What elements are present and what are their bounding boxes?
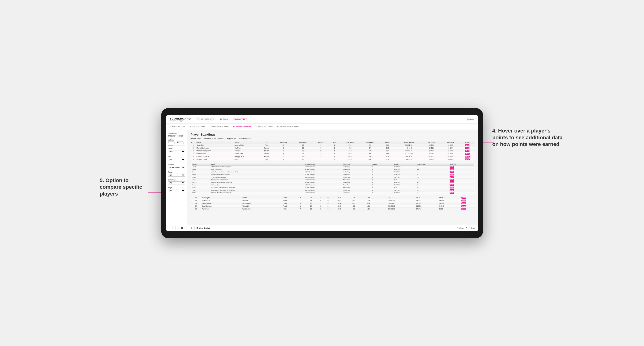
points-badge[interactable]: 40.02 [462,202,466,204]
view-original-button[interactable]: ▣ View: Original [196,227,210,229]
content-area: Player Standings Gender: Men Division: N… [187,130,478,225]
table-row: 22 Ian Gilligan Florida Third 10 24 1 0 … [190,196,475,199]
points-badge[interactable]: 88.2 [465,144,470,146]
toolbar-separator-1 [176,226,176,230]
year-label: Year [168,156,185,157]
col-wins: Wins [329,141,340,144]
w-points-badge[interactable]: 66.40 [450,192,454,194]
event-row: Phich Southern Highlands Collegiate NCAA… [192,173,474,176]
w-points-badge[interactable]: 57.7 [450,176,454,178]
region-label: Region [168,171,185,173]
conference-filter: Conference: All [239,138,251,139]
points-badge[interactable]: 40.58 [462,197,466,199]
col-vs-top50: Vs Top 50 [441,141,460,144]
event-row: Gordi Tiger Invitational NCAA Division I… [192,168,474,171]
division-section: Division NCAA Division I [168,164,185,169]
year-select[interactable]: (All) [168,158,185,161]
toolbar-separator-3 [194,226,195,230]
nav-committee[interactable]: COMMITTEE [232,118,248,120]
division-select[interactable]: NCAA Division I [168,166,185,169]
points-badge[interactable]: 40.27 [462,199,466,201]
sidebar: Update time: 27/01/2024 16:56:26 No Rds.… [166,130,187,225]
points-badge-highlighted[interactable]: 60.49 [465,156,470,158]
col-reg-rank: Reg Rank [274,141,293,144]
sub-nav: TEAM SUMMARY TEAM H2H GRID TEAM H2H HEAT… [166,124,478,130]
col-no-rds: No Rds. [313,141,329,144]
w-points-badge[interactable]: 20.64 [450,166,454,168]
watch-button[interactable]: 👁 Watch [457,227,464,229]
points-badge[interactable]: 39.95 [462,205,466,207]
sub-nav-player-h2h-grid[interactable]: PLAYER H2H GRID [256,124,272,130]
table-row-highlight: 5 Christo Lamprecht Georgia Tech Fourth … [190,155,475,158]
points-badge[interactable]: 76.3 [465,147,470,149]
w-points-badge[interactable]: 18.50 [450,181,454,183]
event-col-rank-impact: Rank Impact [416,163,449,166]
event-detail-section: Player Event Event Division Event Type R… [190,162,475,195]
conference-select[interactable]: (All) [168,181,185,184]
powered-by: Powered by clippi [170,120,191,122]
w-points-badge[interactable]: 24.11 [450,179,454,181]
w-points-badge[interactable]: 46.7 [450,171,454,173]
sign-out-button[interactable]: Sign out [466,118,474,120]
gender-section: Gender Men [168,148,185,153]
w-points-badge[interactable]: 73.23 [450,173,454,175]
gender-select[interactable]: Men [168,150,185,153]
share-button[interactable]: ↗ Share [469,227,475,229]
toolbar-right: 👁 Watch ⬇ ↗ Share [457,227,475,229]
player-section: Player (All) [168,187,185,192]
tablet-frame: SCOREBOARD Powered by clippi TOURNAMENTS… [161,108,483,238]
col-avg-to-par: Avg to-Par [360,141,380,144]
nav-tournaments[interactable]: TOURNAMENTS [196,118,215,120]
main-content: Update time: 27/01/2024 16:56:26 No Rds.… [166,130,478,225]
gender-label: Gender [168,148,185,150]
points-badge[interactable]: 38.49 [462,208,466,210]
w-points-badge[interactable]: 25.98 [450,186,454,188]
nav-teams[interactable]: TEAMS [219,118,229,120]
no-rds-label: No Rds. [168,139,185,141]
table-row: 6 Jackson Koivun Auburn First 2 27 1 2 6… [190,158,475,161]
no-rds-inputs: - [168,142,185,144]
col-points: Points [460,141,475,144]
sub-nav-team-summary[interactable]: TEAM SUMMARY [170,124,185,130]
sub-nav-team-h2h-grid[interactable]: TEAM H2H GRID [190,124,205,130]
w-points-badge[interactable]: 53.60 [450,169,454,170]
no-rds-slider[interactable] [168,145,185,146]
sub-nav-player-h2h-heatmap[interactable]: PLAYER H2H HEATMAP [278,124,299,130]
filter-row: Gender: Men Division: NCAA Division I Re… [190,138,475,139]
event-row: David Williams Cup NCAA Division I Match… [192,183,474,186]
event-table: Player Event Event Division Event Type R… [192,163,474,194]
col-yr: Yr [259,141,274,144]
table-row: 2 Michael La Sasso Ole Miss Second 1 18 … [190,147,475,149]
w-points-badge[interactable]: 20.47 [450,184,454,186]
table-row: 26 Petr Hruby Washington Fifth 7 23 0 0 … [190,207,475,210]
col-conf-rank: Conf Rank [293,141,313,144]
table-row: 24 Bastien Amat New Mexico Fourth 1 27 2… [190,202,475,204]
sub-nav-player-summary[interactable]: PLAYER SUMMARY [233,124,251,130]
redo-button[interactable]: ↪ [172,227,174,229]
undo-button[interactable]: ↩ [169,227,170,229]
event-row: Jake I The Cypress Point Classic NCAA Di… [192,178,474,181]
sub-nav-team-h2h-heatmap[interactable]: TEAM H2H HEATMAP [209,124,228,130]
region-section: Region N/A [168,171,185,177]
points-badge[interactable]: 70.2 [465,150,470,152]
view-icon: ▣ [196,227,198,229]
points-badge[interactable]: 58.18 [465,159,470,160]
dash-button[interactable]: — [185,227,187,229]
no-rds-section: No Rds. - [168,139,185,146]
copy-button[interactable]: ⬚ [178,227,179,229]
w-points-badge[interactable]: 56.18 [450,189,454,191]
clock-button[interactable]: ⏱ [191,227,192,229]
event-col-event: Event [210,163,304,166]
standings-table-lower: 22 Ian Gilligan Florida Third 10 24 1 0 … [190,196,475,210]
download-button[interactable]: ⬇ [466,227,467,229]
player-select[interactable]: (All) [168,189,185,192]
no-rds-to-input[interactable] [177,142,184,144]
event-col-status: Status [393,163,416,166]
col-player: Player [196,141,234,144]
points-badge[interactable]: 68.94 [465,153,470,155]
table-row: 1 Wenyi Ding Arizona State First 1 15 1 … [190,144,475,147]
region-select[interactable]: N/A [168,173,185,177]
table-row: 23 Jack Lundin Missouri Fourth 11 24 0 0… [190,199,475,202]
no-rds-from-input[interactable] [168,142,174,144]
paste-button[interactable]: ⬛ [181,227,183,229]
